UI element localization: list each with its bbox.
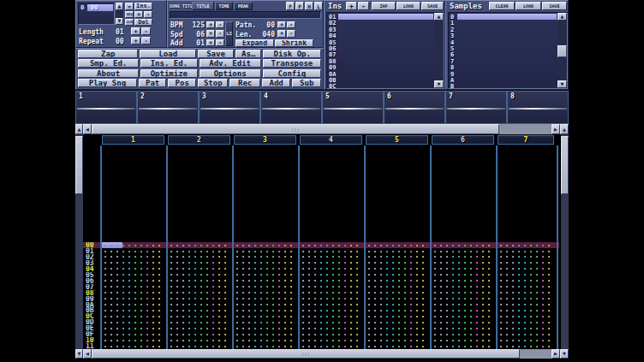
menu-button-as[interactable]: As…	[236, 50, 262, 58]
instrument-minus-button[interactable]: -	[358, 2, 369, 10]
pattern-channel-header-4[interactable]: 4	[300, 135, 362, 145]
sample-item-1[interactable]: 1	[449, 20, 567, 26]
pattern-hscroll2-thumb[interactable]: |||	[92, 349, 520, 359]
menu-button-smp-ed[interactable]: Smp. Ed.	[78, 59, 139, 68]
order-delete-button[interactable]: Del	[134, 19, 152, 27]
instrument-item-0C[interactable]: 0C	[327, 83, 444, 89]
sample-item-8[interactable]: 8	[449, 64, 567, 70]
scope-channel-8[interactable]: 8	[507, 91, 569, 124]
pattern-row-08[interactable]: 08	[83, 290, 559, 296]
order-row[interactable]: 0 00	[80, 4, 113, 12]
pattern-vscroll-left-down-icon[interactable]: ▼	[75, 349, 83, 359]
instrument-list[interactable]: ▲ ▼ 0102030405060708090A0B0C	[326, 12, 444, 89]
pattern-row-0F[interactable]: 0F	[83, 331, 559, 337]
instrument-item-08[interactable]: 08	[327, 58, 444, 64]
flag-p-button[interactable]: P	[295, 2, 304, 10]
sample-item-9[interactable]: 9	[449, 71, 567, 77]
pattern-row-0A[interactable]: 0A	[83, 302, 559, 308]
pattern-row-0E[interactable]: 0E	[83, 325, 559, 331]
flag-l-button[interactable]: L	[314, 2, 323, 10]
sample-item-0[interactable]: 0	[449, 14, 567, 20]
instrument-item-06[interactable]: 06	[327, 45, 444, 51]
sample-load-button[interactable]: LOAD	[516, 2, 541, 10]
spd-plus-button[interactable]: +	[206, 30, 215, 38]
pattern-channel-header-2[interactable]: 2	[168, 135, 230, 145]
len-minus-button[interactable]: -	[287, 30, 295, 38]
order-scroll-down-icon[interactable]: ▼	[116, 18, 123, 26]
len-plus-button[interactable]: +	[277, 30, 286, 38]
flag-f-button[interactable]: F	[286, 2, 295, 10]
pattern-row-02[interactable]: 02	[83, 254, 559, 260]
pattern-row-04[interactable]: 04	[83, 266, 559, 272]
pattern-row-0D[interactable]: 0D	[83, 319, 559, 325]
length-plus-button[interactable]: +	[131, 27, 140, 35]
repeat-minus-button[interactable]: -	[141, 37, 151, 45]
order-seq-button[interactable]: SEQ	[125, 11, 134, 18]
instrument-item-0B[interactable]: 0B	[327, 77, 444, 83]
tab-title[interactable]: TITLE	[192, 2, 214, 10]
bpm-minus-button[interactable]: -	[216, 21, 224, 29]
spd-minus-button[interactable]: -	[216, 30, 224, 38]
bpm-plus-button[interactable]: +	[206, 21, 215, 29]
menu-button-optimize[interactable]: Optimize	[140, 69, 197, 78]
pattern-vscroll-right-down-icon[interactable]: ▼	[560, 349, 569, 359]
menu-button-options[interactable]: Options	[200, 69, 261, 78]
sample-item-6[interactable]: 6	[449, 51, 567, 57]
pattern-channel-header-3[interactable]: 3	[234, 135, 296, 145]
scope-channel-3[interactable]: 3	[199, 91, 260, 124]
patn-minus-button[interactable]: -	[287, 21, 295, 29]
sample-item-5[interactable]: 5	[449, 45, 567, 51]
scope-channel-1[interactable]: 1	[75, 91, 137, 124]
instrument-item-04[interactable]: 04	[327, 33, 444, 39]
menu-button-save[interactable]: Save	[198, 50, 234, 58]
instrument-item-02[interactable]: 02	[327, 20, 444, 26]
pattern-row-01[interactable]: 01	[83, 248, 559, 254]
sample-item-2[interactable]: 2	[449, 27, 567, 33]
pattern-row-0B[interactable]: 0B	[83, 307, 559, 313]
pattern-row-00[interactable]: 00	[83, 242, 559, 248]
patn-plus-button[interactable]: +	[277, 21, 286, 29]
sample-item-B[interactable]: B	[449, 83, 567, 89]
pattern-row-03[interactable]: 03	[83, 260, 559, 266]
menu-button-rec[interactable]: Rec	[230, 79, 259, 87]
order-scroll-track[interactable]	[116, 10, 123, 18]
add-minus-button[interactable]: -	[216, 39, 224, 47]
scope-channel-6[interactable]: 6	[384, 91, 445, 124]
pattern-hscroll-right-icon[interactable]: ▶	[552, 124, 560, 134]
order-listbox[interactable]: 0 00	[78, 3, 115, 25]
pattern-hscroll2-right-icon[interactable]: ▶	[552, 349, 560, 359]
scope-channel-7[interactable]: 7	[445, 91, 507, 124]
sample-clear-button[interactable]: CLEAR	[489, 2, 515, 10]
menu-button-disk-op[interactable]: Disk Op.	[263, 50, 321, 58]
menu-button-play-sng[interactable]: Play Sng	[78, 79, 137, 87]
shrink-button[interactable]: Shrink	[275, 39, 313, 48]
instrument-item-05[interactable]: 05	[327, 39, 444, 45]
menu-button-load[interactable]: Load	[140, 50, 196, 58]
menu-button-add[interactable]: Add	[262, 79, 291, 87]
order-insert-button[interactable]: Ins.	[134, 3, 152, 10]
song-title-input[interactable]	[170, 11, 321, 19]
order-minus-button[interactable]: -	[144, 11, 152, 18]
scope-channel-4[interactable]: 4	[260, 91, 322, 124]
pattern-row-05[interactable]: 05	[83, 272, 559, 278]
length-minus-button[interactable]: -	[141, 27, 151, 35]
pattern-hscroll2-track[interactable]: |||	[92, 349, 552, 359]
instrument-item-0A[interactable]: 0A	[327, 71, 444, 77]
pattern-row-0C[interactable]: 0C	[83, 313, 559, 319]
pattern-vscroll-left-thumb[interactable]	[75, 136, 83, 194]
menu-button-zap[interactable]: Zap	[78, 50, 138, 58]
pattern-channel-header-5[interactable]: 5	[366, 135, 428, 145]
instrument-plus-button[interactable]: +	[346, 2, 357, 10]
instrument-item-07[interactable]: 07	[327, 51, 444, 57]
instrument-save-button[interactable]: SAVE	[421, 2, 444, 10]
sample-item-4[interactable]: 4	[449, 39, 567, 45]
pattern-vscroll-left-up-icon[interactable]: ▲	[75, 124, 83, 134]
menu-button-transpose[interactable]: Transpose	[263, 59, 321, 68]
menu-button-adv-edit[interactable]: Adv. Edit	[200, 59, 261, 68]
menu-button-config[interactable]: Config	[263, 69, 321, 78]
scope-channel-2[interactable]: 2	[137, 91, 199, 124]
instrument-item-09[interactable]: 09	[327, 64, 444, 70]
pattern-vscroll-right-track[interactable]	[561, 134, 569, 349]
sample-item-7[interactable]: 7	[449, 58, 567, 64]
sample-list[interactable]: ▲ ▼ 0123456789AB	[448, 12, 568, 89]
